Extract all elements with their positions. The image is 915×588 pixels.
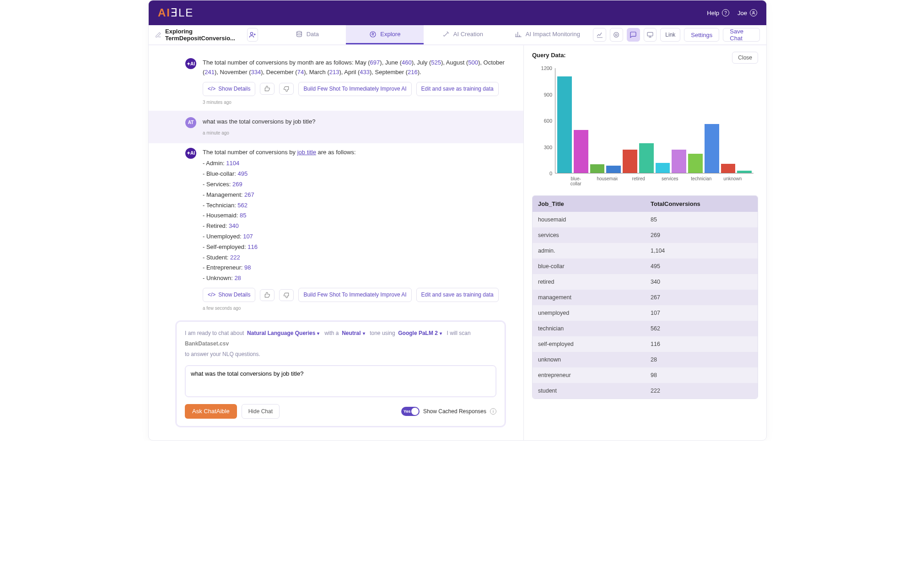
chart-bar (639, 143, 654, 173)
user-message: AT what was the total conversions by job… (149, 111, 523, 143)
help-label: Help (707, 10, 719, 16)
table-row: self-employed116 (533, 336, 758, 352)
question-input[interactable] (185, 365, 496, 397)
table-row: entrepreneur98 (533, 367, 758, 383)
list-item: - Blue-collar: 495 (203, 169, 499, 179)
edit-save-training-button[interactable]: Edit and save as training data (416, 82, 499, 96)
table-row: services269 (533, 227, 758, 243)
model-dropdown[interactable]: Google PaLM 2▾ (398, 330, 444, 336)
chart-bar (672, 150, 686, 173)
tab-data[interactable]: Data (268, 25, 346, 44)
nlq-dropdown[interactable]: Natural Language Queries▾ (247, 330, 321, 336)
thumbs-down-button[interactable] (279, 83, 294, 95)
dataset-name: BankDataset.csv (185, 340, 229, 347)
settings-button[interactable]: Settings (684, 28, 719, 42)
bar-chart: 03006009001200 blue-collarhousemaidretir… (532, 68, 758, 187)
list-item: - Admin: 1104 (203, 159, 499, 168)
table-row: unemployed107 (533, 305, 758, 321)
x-tick: technician (691, 174, 712, 187)
col-total-conversions: TotalConversions (645, 196, 758, 212)
timestamp: 3 minutes ago (203, 99, 505, 106)
thumbs-up-button[interactable] (260, 83, 274, 95)
ask-button[interactable]: Ask ChatAible (185, 404, 237, 419)
ai-message: ✦AI The total number of conversions by m… (149, 54, 523, 111)
info-icon[interactable]: i (490, 408, 496, 415)
job-title-link[interactable]: job title (297, 149, 316, 156)
list-item: - Management: 267 (203, 190, 499, 200)
cached-label: Show Cached Responses (423, 408, 486, 415)
save-chat-button[interactable]: Save Chat (723, 28, 760, 42)
edit-icon[interactable] (155, 32, 161, 38)
query-data-panel: Query Data: Close 03006009001200 blue-co… (524, 45, 766, 440)
help-link[interactable]: Help ? (707, 9, 729, 16)
wand-icon (442, 31, 450, 38)
tool-chat-active[interactable] (627, 28, 640, 42)
list-item: - Technician: 562 (203, 201, 499, 210)
close-button[interactable]: Close (732, 52, 758, 64)
thumbs-up-button[interactable] (260, 289, 274, 301)
chart-bar (705, 124, 719, 173)
tab-explore[interactable]: Explore (346, 25, 424, 44)
bar-chart-icon (515, 31, 522, 38)
chart-bar (721, 164, 736, 173)
database-icon (296, 31, 303, 38)
table-row: student222 (533, 383, 758, 399)
list-item: - Entrepreneur: 98 (203, 263, 499, 273)
composer: I am ready to chat about Natural Languag… (176, 321, 505, 426)
chart-bar (574, 130, 588, 173)
tab-monitoring[interactable]: AI Impact Monitoring (501, 25, 593, 44)
tool-line-chart[interactable] (593, 28, 606, 42)
breadcrumb: Exploring TermDepositConversio... (155, 25, 263, 44)
timestamp: a few seconds ago (203, 305, 499, 312)
x-tick: blue-collar (565, 174, 587, 187)
svg-rect-6 (647, 32, 653, 36)
ai-avatar: ✦AI (185, 148, 196, 159)
table-row: management267 (533, 290, 758, 305)
link-button[interactable]: Link (660, 28, 680, 42)
tab-ai-creation[interactable]: AI Creation (424, 25, 501, 44)
user-avatar: AT (185, 117, 196, 128)
user-menu[interactable]: Joe (737, 9, 757, 16)
panel-title: Query Data: (532, 52, 566, 59)
tool-target[interactable] (610, 28, 623, 42)
add-user-button[interactable] (247, 28, 258, 42)
user-icon (750, 9, 757, 16)
list-item: - Unemployed: 107 (203, 232, 499, 242)
svg-point-5 (615, 34, 617, 36)
show-details-button[interactable]: </>Show Details (203, 82, 255, 96)
user-name: Joe (737, 10, 747, 16)
chart-bar (737, 171, 752, 173)
chart-bar (688, 154, 703, 173)
breadcrumb-title: Exploring TermDepositConversio... (165, 28, 243, 42)
chart-bar (656, 163, 670, 173)
x-tick: retired (628, 174, 649, 187)
chart-bar (623, 150, 637, 173)
table-row: unknown28 (533, 352, 758, 367)
tool-monitor[interactable] (644, 28, 657, 42)
build-few-shot-button[interactable]: Build Few Shot To Immediately Improve AI (298, 288, 411, 302)
svg-point-2 (296, 31, 301, 33)
hide-chat-button[interactable]: Hide Chat (242, 404, 280, 419)
list-item: - Services: 269 (203, 180, 499, 189)
table-row: blue-collar495 (533, 259, 758, 274)
ready-line: I am ready to chat about Natural Languag… (185, 328, 496, 359)
edit-save-training-button[interactable]: Edit and save as training data (416, 288, 499, 302)
svg-point-0 (753, 11, 754, 13)
svg-point-1 (251, 32, 253, 35)
tone-dropdown[interactable]: Neutral▾ (342, 330, 366, 336)
tab-row: Exploring TermDepositConversio... Data E… (149, 25, 766, 45)
cached-toggle[interactable]: Yes (401, 407, 420, 416)
job-title-list: - Admin: 1104- Blue-collar: 495- Service… (203, 159, 499, 283)
chevron-down-icon: ▾ (438, 331, 444, 336)
table-row: admin.1,104 (533, 243, 758, 259)
thumbs-down-button[interactable] (279, 289, 294, 301)
show-details-button[interactable]: </>Show Details (203, 288, 255, 302)
build-few-shot-button[interactable]: Build Few Shot To Immediately Improve AI (298, 82, 411, 96)
chat-log: ✦AI The total number of conversions by m… (149, 45, 523, 321)
x-tick: housemaid (597, 174, 618, 187)
compass-icon (369, 31, 377, 38)
ai-message: ✦AI The total number of conversions by j… (149, 143, 523, 317)
list-item: - Housemaid: 85 (203, 211, 499, 221)
timestamp: a minute ago (203, 129, 315, 137)
chart-bar (606, 166, 621, 173)
